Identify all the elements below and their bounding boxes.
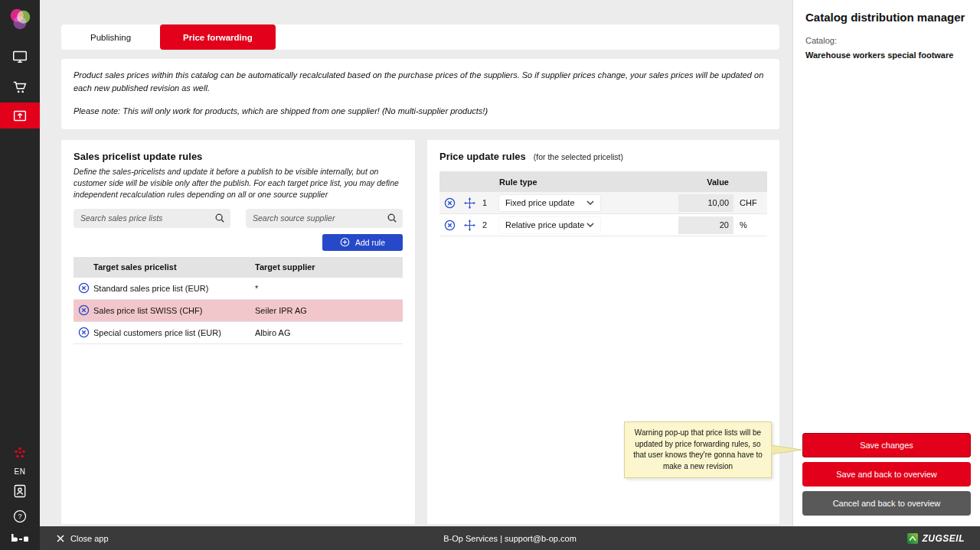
rule-index: 2	[479, 220, 499, 229]
cancel-back-button[interactable]: Cancel and back to overview	[802, 491, 971, 516]
nav-shop-cart-icon[interactable]	[0, 72, 40, 103]
remove-rule-icon[interactable]	[439, 197, 459, 209]
rule-type-value: Relative price update	[505, 220, 584, 229]
price-rules-table: Rule type Value	[439, 171, 767, 236]
rule-type-value: Fixed price update	[505, 198, 575, 207]
rule-unit: %	[733, 220, 767, 229]
bop-mini-logo-icon	[0, 532, 40, 544]
drag-handle-icon[interactable]	[459, 197, 479, 209]
supplier-name: Seiler IPR AG	[255, 306, 403, 315]
supplier-name: *	[255, 284, 403, 293]
add-rule-label: Add rule	[355, 238, 385, 247]
zugseil-logo-icon	[907, 533, 918, 544]
pricelist-name: Sales price list SWISS (CHF)	[93, 306, 255, 315]
contacts-icon[interactable]	[0, 481, 40, 501]
header-target-supplier: Target supplier	[255, 262, 403, 272]
price-rule-row: 2 Relative price update %	[439, 214, 767, 236]
sidebar-title: Catalog distribution manager	[805, 11, 971, 24]
tooltip-pointer-arrow	[771, 444, 802, 455]
panel-description: Define the sales-pricelists and update i…	[74, 166, 403, 200]
footer-bar: Close app B-Op Services | support@b-op.c…	[40, 526, 980, 550]
app-window: EN ?	[0, 0, 980, 550]
close-app-button[interactable]: Close app	[57, 534, 109, 543]
search-supplier-input[interactable]	[246, 209, 403, 228]
search-pricelists-box	[74, 209, 230, 228]
warning-annotation-text: Warning pop-up that price lists will be …	[633, 428, 763, 470]
panel-title: Sales pricelist update rules	[74, 151, 403, 162]
close-icon	[57, 535, 64, 542]
footer-services-text: B-Op Services | support@b-op.com	[443, 534, 577, 543]
info-paragraph-2: Please note: This will only work for pro…	[74, 105, 767, 118]
tab-price-forwarding[interactable]: Price forwarding	[160, 24, 276, 50]
close-app-label: Close app	[70, 534, 109, 543]
info-paragraph-1: Product sales prices within this catalog…	[74, 69, 767, 95]
save-back-button[interactable]: Save and back to overview	[802, 462, 971, 487]
search-pricelists-input[interactable]	[74, 209, 230, 228]
catalog-sidebar: Catalog distribution manager Catalog: Wa…	[792, 0, 980, 526]
chevron-down-icon	[586, 223, 594, 227]
supplier-name: Albiro AG	[255, 328, 403, 337]
catalog-label: Catalog:	[805, 36, 971, 45]
rule-index: 1	[479, 198, 499, 207]
left-nav-rail: EN ?	[0, 0, 40, 550]
pricelist-row[interactable]: Special customers price list (EUR) Albir…	[74, 322, 403, 344]
nav-screens-monitor-icon[interactable]	[0, 41, 40, 72]
rule-unit: CHF	[733, 198, 767, 207]
header-rule-type: Rule type	[499, 177, 614, 187]
panel-title: Price update rules	[439, 151, 526, 162]
remove-rule-icon[interactable]	[439, 220, 459, 231]
brand-cluster-icon	[0, 444, 40, 462]
rule-value-input[interactable]	[678, 194, 733, 212]
price-rules-table-header: Rule type Value	[439, 171, 767, 192]
info-box: Product sales prices within this catalog…	[61, 59, 779, 129]
pricelist-table: Target sales pricelist Target supplier S…	[74, 257, 403, 344]
pricelist-row[interactable]: Standard sales price list (EUR) *	[74, 278, 403, 300]
warning-annotation-tooltip: Warning pop-up that price lists will be …	[624, 421, 772, 478]
zugseil-brand-label: ZUGSEIL	[922, 533, 965, 544]
remove-row-icon[interactable]	[74, 304, 93, 316]
panel-subtitle: (for the selected pricelist)	[534, 152, 623, 161]
header-value: Value	[678, 177, 733, 187]
app-logo-icon[interactable]	[7, 6, 33, 35]
sidebar-buttons: Save changes Save and back to overview C…	[802, 433, 971, 516]
pricelist-name: Standard sales price list (EUR)	[93, 284, 255, 293]
help-icon[interactable]: ?	[0, 506, 40, 526]
zugseil-brand: ZUGSEIL	[907, 533, 965, 544]
catalog-name: Warehouse workers special footware	[805, 50, 971, 60]
nav-catalog-distribution-icon[interactable]	[0, 103, 40, 129]
pricelist-table-header: Target sales pricelist Target supplier	[74, 257, 403, 278]
drag-handle-icon[interactable]	[459, 220, 479, 231]
tab-strip: Publishing Price forwarding	[61, 24, 779, 50]
language-indicator[interactable]: EN	[15, 467, 26, 476]
add-rule-button[interactable]: Add rule	[322, 234, 403, 251]
svg-text:?: ?	[18, 513, 21, 520]
header-target-pricelist: Target sales pricelist	[93, 262, 255, 272]
search-supplier-box	[246, 209, 403, 228]
pricelist-update-rules-panel: Sales pricelist update rules Define the …	[61, 140, 415, 524]
remove-row-icon[interactable]	[74, 282, 93, 294]
rule-value-input[interactable]	[678, 216, 733, 234]
save-changes-button[interactable]: Save changes	[802, 433, 971, 457]
price-rule-row: 1 Fixed price update CHF	[439, 192, 767, 214]
pricelist-row-selected[interactable]: Sales price list SWISS (CHF) Seiler IPR …	[74, 300, 403, 322]
pricelist-name: Special customers price list (EUR)	[93, 328, 255, 337]
tab-publishing[interactable]: Publishing	[61, 24, 160, 50]
plus-circle-icon	[340, 237, 350, 247]
remove-row-icon[interactable]	[74, 327, 93, 338]
rule-type-select[interactable]: Fixed price update	[499, 195, 600, 211]
chevron-down-icon	[586, 200, 594, 205]
rule-type-select[interactable]: Relative price update	[499, 217, 600, 233]
